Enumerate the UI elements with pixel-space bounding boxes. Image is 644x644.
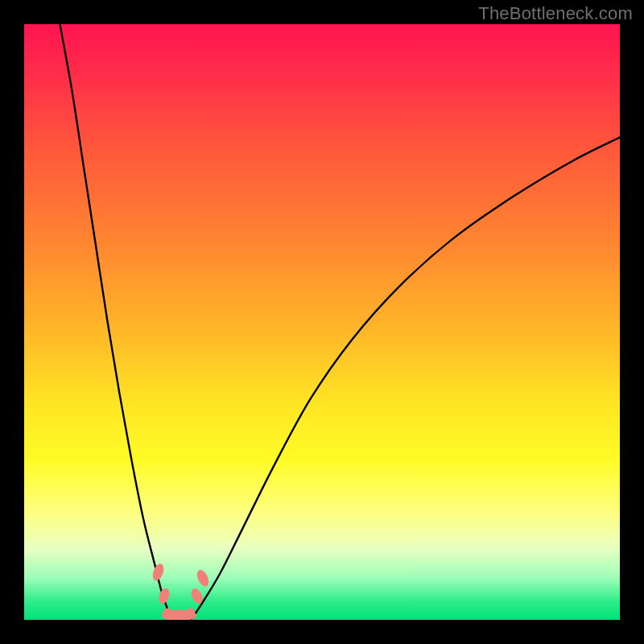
blob-layer: [151, 562, 211, 620]
watermark-text: TheBottleneck.com: [478, 3, 633, 24]
svg-point-1: [163, 609, 172, 618]
curve-right-branch: [191, 138, 620, 620]
plot-area: [24, 24, 620, 620]
bottom-blob: [185, 609, 195, 618]
left-blob-upper: [151, 562, 166, 582]
chart-frame: TheBottleneck.com: [0, 0, 644, 644]
curve-layer: [24, 24, 620, 620]
curve-left-branch: [60, 24, 173, 620]
left-blob-lower: [157, 587, 171, 605]
right-blob-upper: [195, 568, 211, 588]
